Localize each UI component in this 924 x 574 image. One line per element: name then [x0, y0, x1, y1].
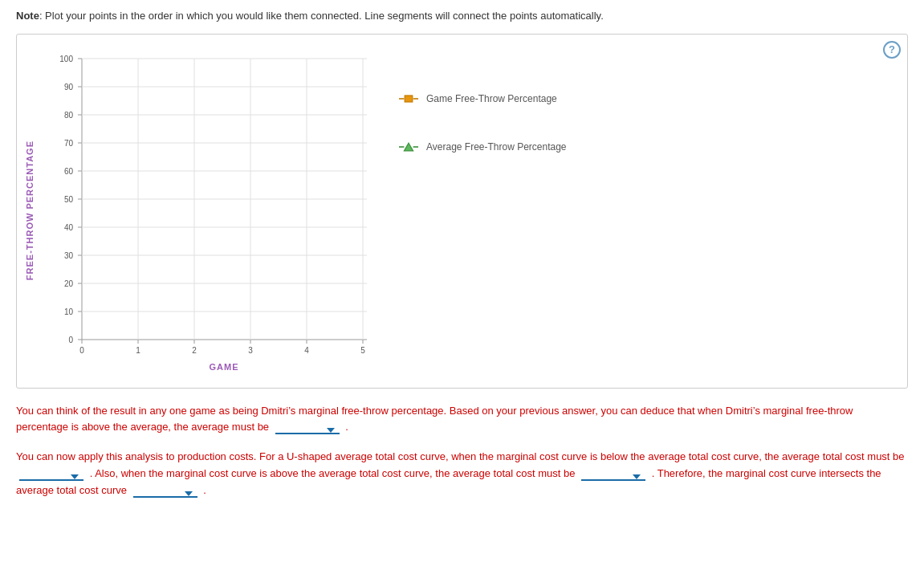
svg-text:10: 10	[64, 307, 74, 316]
paragraph-2: You can now apply this analysis to produ…	[16, 449, 908, 499]
svg-text:80: 80	[64, 111, 74, 120]
svg-text:100: 100	[59, 55, 73, 63]
svg-text:4: 4	[304, 346, 309, 355]
svg-marker-56	[404, 143, 413, 151]
legend-symbol-average	[399, 139, 418, 155]
legend-symbol-game	[399, 91, 418, 107]
svg-text:20: 20	[64, 279, 74, 288]
legend-area: Game Free-Throw Percentage Average Free-…	[399, 43, 567, 187]
para2-dropdown2[interactable]	[581, 474, 645, 481]
note-bold: Note	[16, 10, 39, 22]
para2-text2: . Also, when the marginal cost curve is …	[90, 467, 576, 479]
svg-text:1: 1	[136, 346, 140, 355]
plot-svg: 100 90 80 70 60 50	[38, 43, 375, 380]
chart-plot: 100 90 80 70 60 50	[38, 43, 375, 380]
svg-text:30: 30	[64, 251, 74, 260]
svg-text:GAME: GAME	[210, 362, 239, 372]
para1-text-before: You can think of the result in any one g…	[16, 405, 853, 434]
para2-dropdown3-arrow	[185, 491, 193, 496]
para2-text1: You can now apply this analysis to produ…	[16, 450, 905, 462]
svg-text:70: 70	[64, 139, 74, 148]
svg-text:40: 40	[64, 223, 74, 232]
y-axis-label: FREE-THROW PERCENTAGE	[25, 140, 35, 280]
note-paragraph: Note: Plot your points in the order in w…	[16, 8, 908, 24]
para2-dropdown1[interactable]	[19, 474, 83, 481]
chart-area: FREE-THROW PERCENTAGE 100 90	[25, 43, 899, 380]
svg-rect-53	[405, 96, 413, 102]
svg-text:5: 5	[360, 346, 365, 355]
legend-item-game: Game Free-Throw Percentage	[399, 91, 567, 107]
svg-text:50: 50	[64, 195, 74, 204]
svg-text:3: 3	[248, 346, 253, 355]
svg-text:0: 0	[79, 346, 84, 355]
para2-dropdown2-arrow	[633, 474, 641, 479]
help-icon[interactable]: ?	[883, 41, 901, 59]
para2-text4: .	[203, 484, 206, 496]
para1-dropdown[interactable]	[275, 428, 340, 434]
para2-dropdown3[interactable]	[133, 491, 197, 498]
svg-text:90: 90	[64, 83, 74, 92]
para1-dropdown-arrow	[327, 428, 335, 433]
legend-label-game: Game Free-Throw Percentage	[426, 93, 557, 104]
svg-text:60: 60	[64, 167, 74, 176]
legend-label-average: Average Free-Throw Percentage	[426, 141, 567, 153]
note-text: : Plot your points in the order in which…	[39, 10, 604, 22]
svg-text:0: 0	[68, 336, 73, 344]
legend-item-average: Average Free-Throw Percentage	[399, 139, 567, 155]
para2-dropdown1-arrow	[71, 474, 79, 479]
chart-container: ? FREE-THROW PERCENTAGE 100 90	[16, 34, 908, 389]
svg-text:2: 2	[192, 346, 197, 355]
para1-text-after: .	[345, 421, 348, 433]
paragraph-1: You can think of the result in any one g…	[16, 403, 908, 437]
